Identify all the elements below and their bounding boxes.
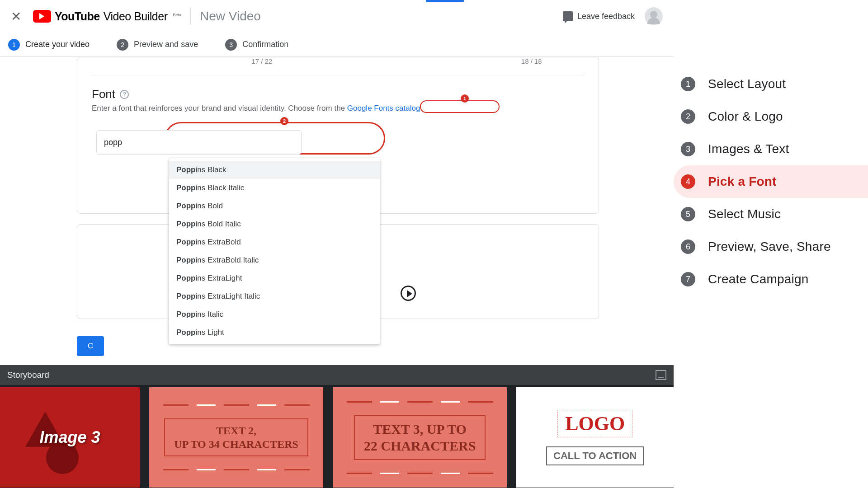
- step-label: Create your video: [25, 40, 90, 49]
- checklist-num: 2: [681, 109, 695, 124]
- storyboard: Storyboard Image 3 TEXT 2, UP TO 34 CHAR…: [0, 365, 674, 488]
- step-preview[interactable]: 2 Preview and save: [117, 39, 198, 51]
- logo-text-2: Video Builder: [104, 10, 168, 23]
- storyboard-frame-3[interactable]: TEXT 3, UP TO 22 CHARACTERS: [333, 387, 507, 488]
- checklist-label: Color & Logo: [708, 109, 783, 124]
- frame4-logo: LOGO: [557, 410, 632, 437]
- storyboard-frame-1[interactable]: Image 3: [0, 387, 140, 488]
- storyboard-frame-2[interactable]: TEXT 2, UP TO 34 CHARACTERS: [149, 387, 323, 488]
- checklist-label: Pick a Font: [708, 174, 777, 189]
- header-separator: [190, 8, 191, 24]
- help-icon[interactable]: ?: [120, 90, 129, 99]
- frame3-textbox: TEXT 3, UP TO 22 CHARACTERS: [354, 415, 486, 460]
- annotation-badge-1: 1: [461, 94, 469, 103]
- avatar[interactable]: [645, 7, 663, 25]
- annotation-ring-1: [420, 100, 500, 113]
- font-option[interactable]: Poppins ExtraBold: [169, 233, 380, 251]
- counter-left: 17 / 22: [251, 57, 272, 65]
- logo-text-1: YouTube: [55, 10, 100, 23]
- step-create[interactable]: 1 Create your video: [8, 39, 90, 51]
- checklist-num: 5: [681, 207, 695, 221]
- step-num: 2: [117, 39, 128, 51]
- checklist-item[interactable]: 5Select Music: [674, 198, 868, 230]
- font-option[interactable]: Poppins Bold Italic: [169, 215, 380, 233]
- font-option[interactable]: Poppins Black Italic: [169, 179, 380, 197]
- font-sub-pre: Enter a font that reinforces your brand …: [92, 104, 347, 113]
- storyboard-header: Storyboard: [0, 365, 674, 385]
- checklist-num: 7: [681, 272, 695, 286]
- font-option[interactable]: Poppins Light: [169, 324, 380, 342]
- annotation-badge-2: 2: [280, 117, 288, 125]
- loading-bar: [426, 0, 464, 2]
- logo[interactable]: YouTube Video Builder Beta: [33, 10, 181, 23]
- font-card: 17 / 22 18 / 18 Font ? Enter a font that…: [77, 57, 599, 214]
- checklist-num: 3: [681, 142, 695, 156]
- storyboard-strip[interactable]: Image 3 TEXT 2, UP TO 34 CHARACTERS TEXT…: [0, 385, 674, 488]
- font-option[interactable]: Poppins ExtraLight Italic: [169, 287, 380, 305]
- frame4-cta: CALL TO ACTION: [546, 446, 644, 465]
- beta-badge: Beta: [173, 13, 182, 17]
- checklist-label: Preview, Save, Share: [708, 239, 831, 254]
- char-counters: 17 / 22 18 / 18: [77, 57, 599, 67]
- font-input[interactable]: [96, 130, 302, 155]
- checklist-item[interactable]: 1Select Layout: [674, 68, 868, 100]
- primary-button[interactable]: C: [77, 336, 104, 356]
- font-heading: Font ?: [92, 87, 584, 101]
- youtube-icon: [33, 10, 51, 23]
- step-num: 1: [8, 39, 20, 51]
- app-header: ✕ YouTube Video Builder Beta New Video L…: [0, 0, 674, 33]
- checklist-num: 1: [681, 77, 695, 91]
- step-confirmation[interactable]: 3 Confirmation: [225, 39, 288, 51]
- font-heading-text: Font: [92, 87, 115, 101]
- close-icon[interactable]: ✕: [11, 9, 21, 24]
- font-option[interactable]: Poppins ExtraLight: [169, 269, 380, 287]
- feedback-label: Leave feedback: [577, 12, 635, 21]
- frame2-textbox: TEXT 2, UP TO 34 CHARACTERS: [164, 418, 308, 456]
- checklist-num: 4: [681, 174, 695, 189]
- google-fonts-link[interactable]: Google Fonts catalog.: [347, 104, 422, 113]
- collapse-icon[interactable]: [656, 370, 666, 380]
- page-title: New Video: [200, 9, 261, 23]
- font-subtext: Enter a font that reinforces your brand …: [92, 104, 584, 113]
- checklist-label: Select Layout: [708, 77, 786, 91]
- storyboard-frame-4[interactable]: LOGO CALL TO ACTION: [516, 387, 674, 488]
- checklist-item[interactable]: 3Images & Text: [674, 133, 868, 165]
- checklist-panel: 1Select Layout2Color & Logo3Images & Tex…: [674, 0, 868, 488]
- feedback-icon: [563, 11, 573, 21]
- frame1-label: Image 3: [39, 428, 100, 447]
- font-option[interactable]: Poppins Bold: [169, 197, 380, 215]
- app-shell: ✕ YouTube Video Builder Beta New Video L…: [0, 0, 674, 488]
- play-icon[interactable]: [401, 286, 416, 301]
- checklist-label: Select Music: [708, 207, 781, 221]
- checklist-item[interactable]: 2Color & Logo: [674, 100, 868, 133]
- step-num: 3: [225, 39, 237, 51]
- checklist-num: 6: [681, 239, 695, 254]
- storyboard-title: Storyboard: [7, 370, 49, 380]
- counter-right: 18 / 18: [521, 57, 542, 65]
- checklist-label: Create Campaign: [708, 272, 808, 286]
- stepper: 1 Create your video 2 Preview and save 3…: [0, 33, 674, 57]
- checklist-label: Images & Text: [708, 142, 789, 156]
- font-dropdown: Poppins Black Poppins Black Italic Poppi…: [169, 158, 380, 344]
- font-option[interactable]: Poppins ExtraBold Italic: [169, 251, 380, 269]
- font-option[interactable]: Poppins Italic: [169, 305, 380, 324]
- font-option[interactable]: Poppins Black: [169, 161, 380, 179]
- checklist-item[interactable]: 6Preview, Save, Share: [674, 230, 868, 263]
- leave-feedback-button[interactable]: Leave feedback: [563, 11, 635, 21]
- checklist-item[interactable]: 7Create Campaign: [674, 263, 868, 296]
- step-label: Preview and save: [134, 40, 198, 49]
- checklist-item[interactable]: 4Pick a Font: [674, 165, 868, 198]
- step-label: Confirmation: [242, 40, 288, 49]
